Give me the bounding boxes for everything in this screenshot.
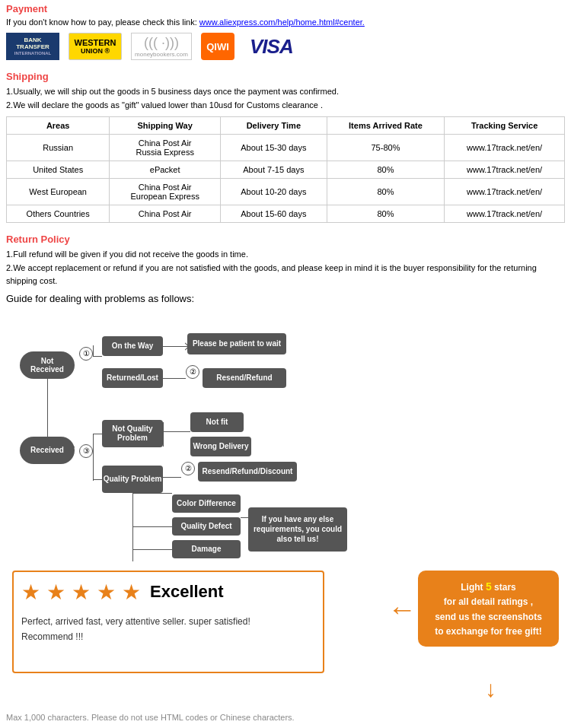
- shipping-section: Shipping 1.Usually, we will ship out the…: [0, 68, 571, 230]
- star-2: ★: [46, 580, 65, 605]
- wrong-delivery-node: Wrong Delivery: [190, 437, 251, 456]
- damage-node: Damage: [172, 540, 241, 558]
- char-limit-text: Max 1,000 characters. Please do not use …: [6, 713, 565, 722]
- star-1: ★: [21, 580, 40, 605]
- quality-problem-node: Quality Problem: [102, 466, 163, 493]
- table-row: United States ePacket About 7-15 days 80…: [7, 161, 565, 179]
- payment-title: Payment: [0, 0, 571, 16]
- return-title: Return Policy: [0, 230, 571, 246]
- shipping-table: Areas Shipping Way Delivery Time Items A…: [6, 116, 565, 223]
- bubble-5: 5: [486, 580, 492, 593]
- char-limit-section: Max 1,000 characters. Please do not use …: [0, 707, 571, 728]
- color-diff-node: Color Difference: [172, 494, 241, 513]
- table-row: West European China Post AirEuropean Exp…: [7, 179, 565, 205]
- col-tracking: Tracking Service: [445, 117, 565, 135]
- not-received-node: NotReceived: [20, 351, 75, 379]
- resend-refund-node: Resend/Refund: [203, 368, 286, 388]
- returned-lost-node: Returned/Lost: [102, 368, 163, 388]
- circle-2b: ②: [181, 462, 195, 475]
- return-notes: 1.Full refund will be given if you did n…: [6, 248, 565, 288]
- left-arrow-icon: ←: [388, 593, 416, 626]
- qiwi-logo: QIWI: [201, 33, 234, 60]
- circle-1: ①: [79, 347, 93, 361]
- star-4: ★: [97, 580, 116, 605]
- moneybookers-logo: ((( ·))) moneybookers.com: [131, 33, 192, 60]
- western-union-logo: WESTERN UNION ®: [69, 33, 122, 60]
- col-shipping-way: Shipping Way: [110, 117, 221, 135]
- if-you-have-node: If you have any else requirements, you c…: [248, 507, 347, 552]
- resend-refund-discount-node: Resend/Refund/Discount: [198, 462, 297, 482]
- flow-diagram-section: NotReceived ① On the Way Please be patie…: [6, 310, 565, 563]
- shipping-notes: 1.Usually, we will ship out the goods in…: [6, 85, 565, 112]
- table-row: Others Countries China Post Air About 15…: [7, 205, 565, 223]
- visa-logo: VISA: [244, 35, 299, 59]
- review-wrapper: Light 5 stars for all detail ratings , s…: [6, 571, 565, 673]
- shipping-title: Shipping: [0, 68, 571, 84]
- review-text: Perfect, arrived fast, very attentive se…: [21, 611, 315, 664]
- on-the-way-node: On the Way: [102, 336, 163, 356]
- star-3: ★: [72, 580, 91, 605]
- not-fit-node: Not fit: [190, 412, 244, 432]
- excellent-label: Excellent: [150, 582, 224, 602]
- payment-logos: BANK TRANSFER INTERNATIONAL WESTERN UNIO…: [6, 30, 565, 63]
- col-delivery-time: Delivery Time: [221, 117, 327, 135]
- payment-info: If you don't know how to pay, please che…: [6, 17, 565, 27]
- not-quality-node: Not Quality Problem: [102, 420, 163, 447]
- payment-section: Payment If you don't know how to pay, pl…: [0, 0, 571, 68]
- shipping-note1: 1.Usually, we will ship out the goods in…: [6, 85, 565, 99]
- please-patient-node: Please be patient to wait: [187, 333, 286, 354]
- return-section: Return Policy 1.Full refund will be give…: [0, 230, 571, 566]
- bank-transfer-logo: BANK TRANSFER INTERNATIONAL: [6, 33, 59, 60]
- quality-defect-node: Quality Defect: [172, 517, 241, 536]
- star-5: ★: [122, 580, 141, 605]
- return-note2: 2.We accept replacement or refund if you…: [6, 262, 565, 288]
- circle-2: ②: [186, 365, 199, 379]
- promo-bubble: Light 5 stars for all detail ratings , s…: [418, 571, 559, 647]
- payment-link[interactable]: www.aliexpress.com/help/home.html#center…: [199, 17, 365, 27]
- table-row: Russian China Post AirRussia Express Abo…: [7, 135, 565, 161]
- shipping-note2: 2.We will declare the goods as "gift" va…: [6, 99, 565, 113]
- col-areas: Areas: [7, 117, 110, 135]
- return-note1: 1.Full refund will be given if you did n…: [6, 248, 565, 262]
- circle-3: ③: [79, 444, 93, 458]
- col-items-arrived: Items Arrived Rate: [327, 117, 445, 135]
- flow-diagram: NotReceived ① On the Way Please be patie…: [20, 313, 566, 557]
- guide-title: Guide for dealing with problems as follo…: [6, 293, 565, 304]
- received-node: Received: [20, 437, 75, 464]
- review-box: ★ ★ ★ ★ ★ Excellent Perfect, arrived fas…: [12, 571, 324, 673]
- stars-row: ★ ★ ★ ★ ★ Excellent: [21, 580, 315, 605]
- down-arrow-icon: ↓: [485, 676, 496, 702]
